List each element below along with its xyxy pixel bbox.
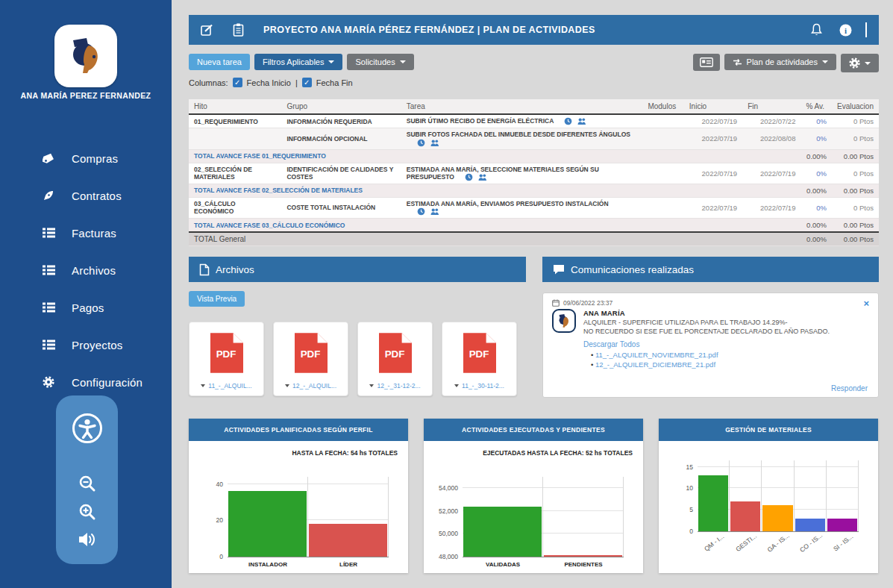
column-header-grupo[interactable]: Grupo (281, 99, 401, 114)
sidebar-item-label: Configuración (72, 376, 142, 389)
svg-text:PDF: PDF (300, 348, 320, 360)
pdf-file-name[interactable]: 12_-_ALQUIL... (292, 382, 336, 390)
cell-grupo: IDENTIFICACIÓN DE CALIDADES Y COSTES (281, 163, 401, 184)
pdf-file-card[interactable]: PDF12_-_31-12-2... (357, 322, 433, 396)
calendar-icon (552, 299, 560, 307)
y-axis-tick: 0 (192, 553, 223, 560)
id-card-icon (700, 57, 713, 67)
column-header--av-[interactable]: % Av. (800, 99, 832, 114)
pdf-file-card[interactable]: PDF11_-_ALQUIL... (189, 322, 264, 396)
chevron-down-icon[interactable] (454, 384, 459, 387)
chart-x-labels: INSTALADORLÍDER (228, 561, 389, 568)
users-icon[interactable] (430, 207, 440, 216)
chevron-down-icon (400, 60, 406, 63)
chevron-down-icon[interactable] (201, 384, 205, 387)
users-icon[interactable] (577, 117, 587, 125)
info-icon[interactable]: i (839, 24, 852, 37)
sidebar-item-pagos[interactable]: Pagos (0, 293, 172, 322)
close-icon[interactable]: × (863, 298, 869, 309)
column-header-fin[interactable]: Fin (742, 99, 800, 114)
list-icon (42, 339, 55, 351)
column-header-evaluacion[interactable]: Evaluacion (832, 99, 879, 114)
chart-actividades-planificadas: ACTIVIDADES PLANIFICADAS SEGÚN PERFIL HA… (189, 419, 408, 573)
plan-actividades-dropdown[interactable]: Plan de actividades (724, 54, 836, 70)
bar-instalador (228, 491, 307, 557)
pdf-icon: PDF (379, 333, 412, 373)
message-line: NO RECUERDO SI ESE FUE EL PORCENTAJE DEC… (583, 328, 869, 335)
vista-previa-button[interactable]: Vista Previa (189, 291, 245, 307)
avance-link[interactable]: 0% (816, 169, 827, 178)
gear-icon (849, 57, 860, 69)
attachment-link[interactable]: 12_-_ALQUILER_DICIEMBRE_21.pdf (591, 360, 869, 369)
cell-modulos (642, 163, 683, 184)
sidebar-item-proyectos[interactable]: Proyectos (0, 330, 172, 360)
column-header-tarea[interactable]: Tarea (401, 99, 643, 114)
chevron-down-icon (328, 60, 334, 63)
chevron-down-icon[interactable] (369, 384, 374, 387)
avance-link[interactable]: 0% (816, 204, 827, 212)
clock-icon[interactable] (564, 117, 572, 125)
table-row: TOTAL General0.00%0.00 Ptos (189, 232, 879, 246)
sidebar-item-configuracion[interactable]: Configuración (0, 367, 172, 397)
chart-subtitle: EJECUTADAS HASTA LA FECHA: 52 hs TOTALES (424, 449, 633, 457)
zoom-out-icon[interactable] (56, 474, 118, 493)
column-header-inicio[interactable]: Inicio (684, 99, 742, 114)
notifications-bell-icon[interactable] (810, 23, 823, 37)
cell-fin: 2022/07/19 (742, 163, 800, 184)
fecha-inicio-checkbox[interactable]: ✓ (233, 78, 242, 87)
x-axis-label: VALIDADAS (463, 561, 543, 568)
chevron-down-icon (822, 60, 828, 63)
card-view-button[interactable] (693, 54, 720, 71)
pen-icon (42, 190, 55, 201)
sidebar-item-compras[interactable]: Compras (0, 143, 172, 173)
clock-icon[interactable] (465, 173, 473, 181)
y-axis-tick: 5 (662, 506, 693, 513)
new-task-button[interactable]: Nueva tarea (189, 54, 250, 70)
message-date-row: 09/06/2022 23:37 (552, 299, 869, 307)
users-icon[interactable] (477, 173, 488, 181)
cell-inicio: 2022/07/19 (684, 197, 742, 218)
message-timestamp: 09/06/2022 23:37 (563, 299, 612, 307)
requests-dropdown[interactable]: Solicitudes (347, 54, 413, 70)
download-all-link[interactable]: Descargar Todos (583, 340, 869, 348)
total-evaluacion: 0.00 Ptos (832, 219, 879, 233)
attachment-link[interactable]: 11_-_ALQUILER_NOVIEMBRE_21.pdf (591, 351, 869, 359)
chart-gestion-materiales: GESTIÓN DE MATERIALES 051015 QM - I...GE… (659, 419, 878, 573)
page-header: PROYECTO ANA MARÍA PÉREZ FERNÁNDEZ | PLA… (189, 15, 879, 45)
columns-label: Columnas: (189, 78, 228, 87)
filters-dropdown[interactable]: Filtros Aplicables (254, 54, 343, 70)
fecha-fin-checkbox[interactable]: ✓ (302, 78, 312, 87)
table-row: TOTAL AVANCE FASE 02_SELECCIÓN DE MATERI… (189, 184, 879, 197)
cell-evaluacion: 0 Ptos (832, 163, 879, 184)
column-header-modulos[interactable]: Modulos (642, 99, 683, 114)
zoom-in-icon[interactable] (56, 502, 118, 522)
settings-dropdown[interactable] (841, 54, 879, 72)
chevron-down-icon[interactable] (285, 384, 289, 387)
avance-link[interactable]: 0% (816, 117, 827, 125)
clock-icon[interactable] (417, 139, 425, 147)
cell-hito: 01_REQUERIMIENTO (189, 114, 281, 128)
sidebar-item-label: Facturas (72, 227, 116, 240)
accessibility-icon[interactable] (56, 412, 118, 445)
speaker-icon[interactable] (56, 531, 118, 548)
comunicaciones-title: Comunicaciones realizadas (571, 264, 694, 275)
edit-icon[interactable] (201, 24, 213, 37)
users-icon[interactable] (430, 139, 440, 147)
column-header-hito[interactable]: Hito (189, 99, 281, 114)
reply-link[interactable]: Responder (831, 384, 868, 392)
pdf-file-name[interactable]: 12_-_31-12-2... (377, 382, 420, 390)
cell-evaluacion: 0 Ptos (832, 128, 879, 149)
cell-avance: 0% (800, 128, 832, 149)
pdf-file-name[interactable]: 11_-_ALQUIL... (208, 382, 251, 390)
sidebar-item-contratos[interactable]: Contratos (0, 181, 172, 210)
clock-icon[interactable] (417, 207, 425, 216)
pdf-file-card[interactable]: PDF11_-_30-11-2... (442, 322, 517, 396)
pdf-file-card[interactable]: PDF12_-_ALQUIL... (273, 322, 348, 396)
sidebar-item-facturas[interactable]: Facturas (0, 218, 172, 248)
switch-view-icon (733, 58, 742, 66)
toolbar: Nueva tarea Filtros Aplicables Solicitud… (189, 54, 879, 72)
pdf-file-name[interactable]: 11_-_30-11-2... (462, 382, 504, 390)
sidebar-item-archivos[interactable]: Archivos (0, 255, 172, 285)
archivos-panel: Archivos Vista Previa PDF11_-_ALQUIL...P… (189, 257, 526, 398)
avance-link[interactable]: 0% (816, 134, 827, 143)
